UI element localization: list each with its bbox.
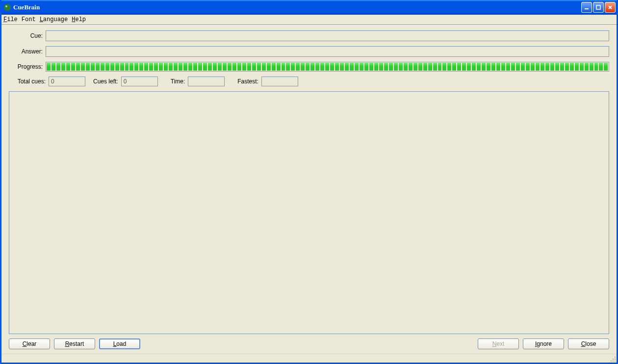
restart-button[interactable]: Restart [54, 338, 95, 349]
menu-font[interactable]: Font [22, 16, 36, 23]
answer-field[interactable] [46, 46, 609, 57]
ignore-button[interactable]: Ignore [523, 338, 564, 349]
window-controls [581, 0, 617, 15]
cue-field[interactable] [46, 30, 609, 41]
status-bar [1, 354, 617, 363]
button-row: Clear Restart Load Next Ignore Close [9, 338, 609, 350]
menu-file[interactable]: File [3, 16, 18, 23]
load-button[interactable]: Load [99, 338, 140, 349]
window-title: CueBrain [13, 3, 40, 11]
app-icon [3, 3, 11, 11]
total-cues-field: 0 [49, 77, 85, 86]
total-cues-label: Total cues: [9, 78, 46, 85]
cue-label: Cue: [9, 32, 46, 39]
time-label: Time: [171, 78, 185, 85]
fastest-label: Fastest: [237, 78, 258, 85]
menu-language[interactable]: Language [40, 16, 68, 23]
app-window: CueBrain File Font Language Help Cue: An… [0, 0, 618, 364]
close-window-button[interactable] [605, 2, 616, 13]
cues-left-label: Cues left: [93, 78, 118, 85]
next-button[interactable]: Next [478, 338, 519, 349]
cues-left-field: 0 [121, 77, 158, 86]
main-panel [9, 91, 609, 334]
svg-rect-2 [585, 8, 589, 9]
maximize-button[interactable] [593, 2, 604, 13]
svg-rect-3 [596, 5, 600, 9]
answer-label: Answer: [9, 48, 46, 55]
progress-bar [46, 62, 609, 72]
content-area: Cue: Answer: Progress: Total cues: 0 Cue… [1, 26, 617, 354]
close-button[interactable]: Close [568, 338, 609, 349]
minimize-button[interactable] [581, 2, 592, 13]
svg-point-1 [5, 5, 7, 7]
progress-label: Progress: [9, 63, 46, 70]
time-field [188, 77, 225, 86]
menu-help[interactable]: Help [72, 16, 86, 23]
fastest-field [261, 77, 298, 86]
menu-bar: File Font Language Help [1, 15, 617, 25]
title-bar[interactable]: CueBrain [1, 0, 617, 15]
resize-grip[interactable] [610, 356, 616, 362]
svg-point-0 [4, 4, 11, 11]
clear-button[interactable]: Clear [9, 338, 50, 349]
